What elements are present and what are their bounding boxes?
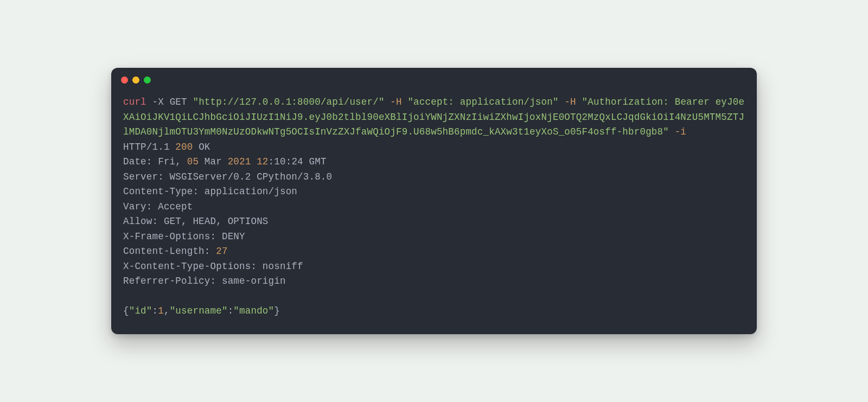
header-accept: "accept: application/json" <box>407 97 558 107</box>
terminal-window: curl -X GET "http://127.0.0.1:8000/api/u… <box>111 68 757 334</box>
resp-status-text: OK <box>193 142 210 152</box>
resp-date-year: 2021 <box>228 156 251 167</box>
resp-vary: Vary: Accept <box>123 201 193 212</box>
resp-date-a: Date: Fri, <box>123 156 187 167</box>
close-icon[interactable] <box>121 76 128 84</box>
flag-x: -X <box>152 97 164 107</box>
resp-referrer-policy: Referrer-Policy: same-origin <box>123 276 286 286</box>
json-comma: , <box>164 305 170 316</box>
http-method: GET <box>170 97 187 107</box>
resp-content-length-label: Content-Length: <box>123 246 216 257</box>
terminal-body[interactable]: curl -X GET "http://127.0.0.1:8000/api/u… <box>111 92 757 319</box>
resp-date-hour: 12 <box>257 156 268 167</box>
resp-content-length-value: 27 <box>216 246 227 257</box>
json-close: } <box>274 305 280 316</box>
flag-i: -i <box>675 126 686 137</box>
resp-date-sp <box>251 156 257 167</box>
resp-content-type: Content-Type: application/json <box>123 186 297 197</box>
maximize-icon[interactable] <box>144 76 151 84</box>
resp-allow: Allow: GET, HEAD, OPTIONS <box>123 216 269 227</box>
resp-date-day: 05 <box>187 156 199 167</box>
resp-x-frame: X-Frame-Options: DENY <box>123 231 245 242</box>
resp-status-proto: HTTP/1.1 <box>123 142 175 152</box>
curl-command: curl <box>123 97 146 107</box>
json-colon1: : <box>152 305 158 316</box>
resp-status-code: 200 <box>175 142 193 152</box>
json-key-username: "username" <box>170 305 228 316</box>
resp-server: Server: WSGIServer/0.2 CPython/3.8.0 <box>123 171 332 182</box>
resp-date-c: Mar <box>199 156 228 167</box>
resp-date-rest: :10:24 GMT <box>269 156 327 167</box>
json-key-id: "id" <box>129 305 152 316</box>
titlebar <box>111 68 757 92</box>
json-val-id: 1 <box>158 305 164 316</box>
request-url: "http://127.0.0.1:8000/api/user/" <box>193 97 384 107</box>
json-val-username: "mando" <box>233 305 274 316</box>
header-auth-prefix: "Authorization: Bearer <box>582 97 715 107</box>
json-open: { <box>123 305 129 316</box>
json-colon2: : <box>228 305 234 316</box>
minimize-icon[interactable] <box>132 76 139 84</box>
flag-h2: -H <box>564 97 576 107</box>
flag-h1: -H <box>390 97 401 107</box>
resp-x-content-type: X-Content-Type-Options: nosniff <box>123 261 303 272</box>
